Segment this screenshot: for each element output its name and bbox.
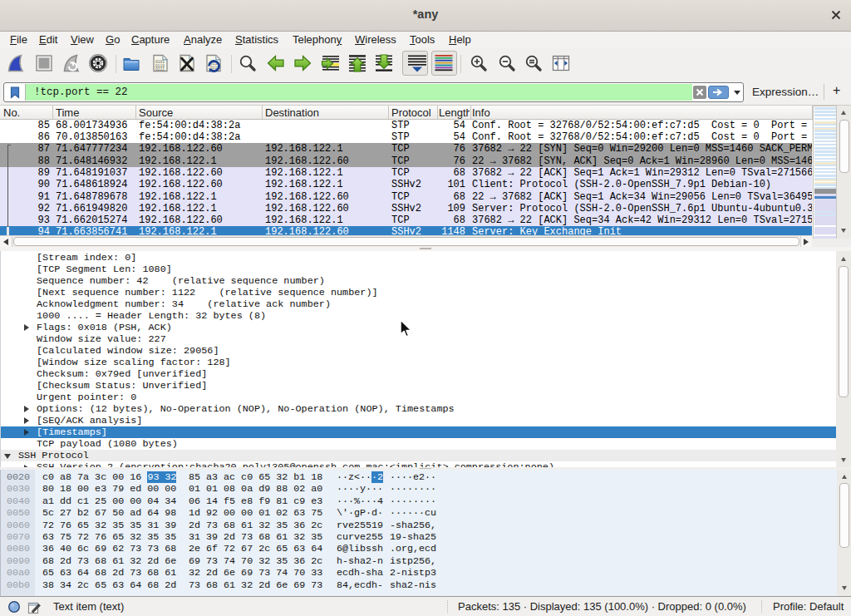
svg-text:0111: 0111 — [155, 67, 165, 71]
